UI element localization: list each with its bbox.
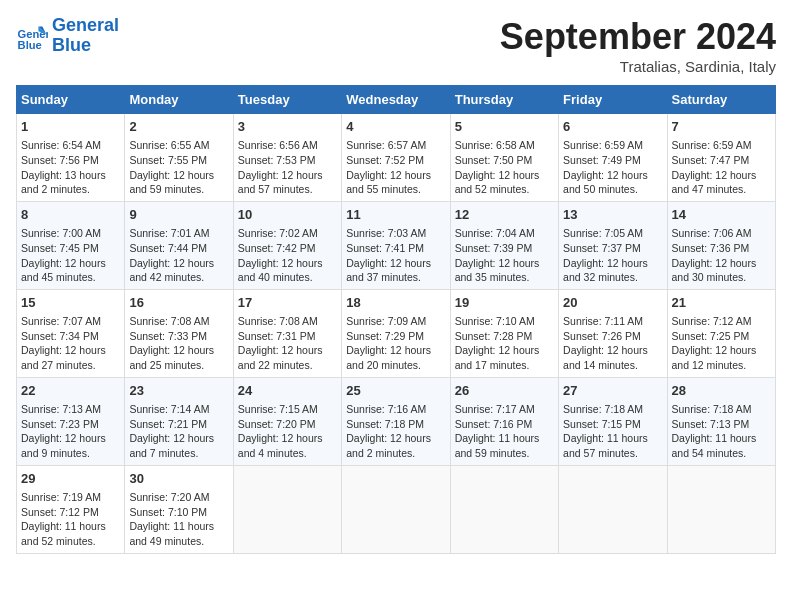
day-number: 17 (238, 294, 337, 312)
day-detail: Sunrise: 7:03 AM (346, 226, 445, 241)
day-detail: Sunrise: 7:02 AM (238, 226, 337, 241)
calendar-cell (667, 465, 775, 553)
day-detail: and 17 minutes. (455, 358, 554, 373)
calendar-week-row: 15Sunrise: 7:07 AMSunset: 7:34 PMDayligh… (17, 289, 776, 377)
day-detail: Daylight: 12 hours (238, 168, 337, 183)
calendar-cell: 29Sunrise: 7:19 AMSunset: 7:12 PMDayligh… (17, 465, 125, 553)
day-detail: and 35 minutes. (455, 270, 554, 285)
day-detail: and 12 minutes. (672, 358, 771, 373)
day-detail: Daylight: 12 hours (238, 343, 337, 358)
day-detail: Daylight: 12 hours (238, 256, 337, 271)
day-detail: Daylight: 12 hours (455, 343, 554, 358)
weekday-header-saturday: Saturday (667, 86, 775, 114)
day-detail: Sunset: 7:44 PM (129, 241, 228, 256)
day-detail: Sunset: 7:28 PM (455, 329, 554, 344)
day-detail: Daylight: 11 hours (129, 519, 228, 534)
day-detail: Sunrise: 7:07 AM (21, 314, 120, 329)
day-detail: Daylight: 11 hours (563, 431, 662, 446)
day-detail: Daylight: 11 hours (21, 519, 120, 534)
day-detail: Sunset: 7:47 PM (672, 153, 771, 168)
day-detail: and 2 minutes. (346, 446, 445, 461)
day-number: 5 (455, 118, 554, 136)
day-detail: and 20 minutes. (346, 358, 445, 373)
day-detail: Sunrise: 6:59 AM (563, 138, 662, 153)
calendar-table: SundayMondayTuesdayWednesdayThursdayFrid… (16, 85, 776, 554)
day-detail: and 52 minutes. (455, 182, 554, 197)
calendar-cell (342, 465, 450, 553)
day-number: 23 (129, 382, 228, 400)
day-detail: Daylight: 12 hours (129, 256, 228, 271)
day-number: 2 (129, 118, 228, 136)
weekday-header-row: SundayMondayTuesdayWednesdayThursdayFrid… (17, 86, 776, 114)
day-detail: Sunset: 7:55 PM (129, 153, 228, 168)
day-number: 8 (21, 206, 120, 224)
month-title: September 2024 (500, 16, 776, 58)
day-detail: Sunset: 7:52 PM (346, 153, 445, 168)
day-number: 18 (346, 294, 445, 312)
day-number: 20 (563, 294, 662, 312)
calendar-week-row: 8Sunrise: 7:00 AMSunset: 7:45 PMDaylight… (17, 201, 776, 289)
calendar-cell: 26Sunrise: 7:17 AMSunset: 7:16 PMDayligh… (450, 377, 558, 465)
day-detail: Daylight: 11 hours (455, 431, 554, 446)
calendar-week-row: 29Sunrise: 7:19 AMSunset: 7:12 PMDayligh… (17, 465, 776, 553)
day-detail: and 9 minutes. (21, 446, 120, 461)
day-number: 13 (563, 206, 662, 224)
day-detail: Daylight: 11 hours (672, 431, 771, 446)
day-detail: Sunset: 7:39 PM (455, 241, 554, 256)
day-detail: Sunset: 7:20 PM (238, 417, 337, 432)
day-detail: Daylight: 12 hours (346, 168, 445, 183)
day-detail: Sunset: 7:15 PM (563, 417, 662, 432)
day-detail: and 57 minutes. (563, 446, 662, 461)
day-detail: and 32 minutes. (563, 270, 662, 285)
day-detail: and 7 minutes. (129, 446, 228, 461)
day-detail: Sunset: 7:45 PM (21, 241, 120, 256)
day-detail: Sunrise: 6:55 AM (129, 138, 228, 153)
day-number: 10 (238, 206, 337, 224)
day-detail: Sunrise: 7:11 AM (563, 314, 662, 329)
day-number: 30 (129, 470, 228, 488)
day-detail: Sunrise: 7:05 AM (563, 226, 662, 241)
day-detail: and 14 minutes. (563, 358, 662, 373)
weekday-header-monday: Monday (125, 86, 233, 114)
calendar-cell: 5Sunrise: 6:58 AMSunset: 7:50 PMDaylight… (450, 114, 558, 202)
day-detail: Sunset: 7:25 PM (672, 329, 771, 344)
day-number: 3 (238, 118, 337, 136)
day-detail: and 49 minutes. (129, 534, 228, 549)
calendar-cell: 15Sunrise: 7:07 AMSunset: 7:34 PMDayligh… (17, 289, 125, 377)
day-detail: Sunrise: 7:20 AM (129, 490, 228, 505)
day-number: 22 (21, 382, 120, 400)
calendar-cell: 20Sunrise: 7:11 AMSunset: 7:26 PMDayligh… (559, 289, 667, 377)
day-detail: Sunset: 7:31 PM (238, 329, 337, 344)
day-detail: Daylight: 12 hours (346, 431, 445, 446)
day-detail: Sunset: 7:56 PM (21, 153, 120, 168)
day-detail: Sunrise: 7:16 AM (346, 402, 445, 417)
day-number: 28 (672, 382, 771, 400)
day-number: 27 (563, 382, 662, 400)
calendar-cell: 28Sunrise: 7:18 AMSunset: 7:13 PMDayligh… (667, 377, 775, 465)
day-detail: Sunset: 7:41 PM (346, 241, 445, 256)
day-detail: Sunset: 7:10 PM (129, 505, 228, 520)
day-number: 15 (21, 294, 120, 312)
day-detail: Sunrise: 7:01 AM (129, 226, 228, 241)
day-number: 29 (21, 470, 120, 488)
logo-icon: General Blue (16, 20, 48, 52)
day-detail: and 27 minutes. (21, 358, 120, 373)
day-detail: Daylight: 12 hours (129, 343, 228, 358)
day-detail: Sunrise: 7:08 AM (238, 314, 337, 329)
day-detail: and 57 minutes. (238, 182, 337, 197)
day-detail: and 59 minutes. (455, 446, 554, 461)
calendar-cell: 21Sunrise: 7:12 AMSunset: 7:25 PMDayligh… (667, 289, 775, 377)
day-detail: Sunset: 7:16 PM (455, 417, 554, 432)
svg-text:Blue: Blue (18, 39, 42, 51)
calendar-cell: 17Sunrise: 7:08 AMSunset: 7:31 PMDayligh… (233, 289, 341, 377)
day-number: 21 (672, 294, 771, 312)
calendar-cell: 27Sunrise: 7:18 AMSunset: 7:15 PMDayligh… (559, 377, 667, 465)
page-header: General Blue General Blue September 2024… (16, 16, 776, 75)
calendar-cell: 30Sunrise: 7:20 AMSunset: 7:10 PMDayligh… (125, 465, 233, 553)
day-detail: Daylight: 12 hours (672, 343, 771, 358)
calendar-cell: 22Sunrise: 7:13 AMSunset: 7:23 PMDayligh… (17, 377, 125, 465)
day-detail: Sunset: 7:12 PM (21, 505, 120, 520)
day-detail: Daylight: 12 hours (563, 168, 662, 183)
day-detail: Daylight: 12 hours (21, 343, 120, 358)
day-detail: Sunset: 7:34 PM (21, 329, 120, 344)
